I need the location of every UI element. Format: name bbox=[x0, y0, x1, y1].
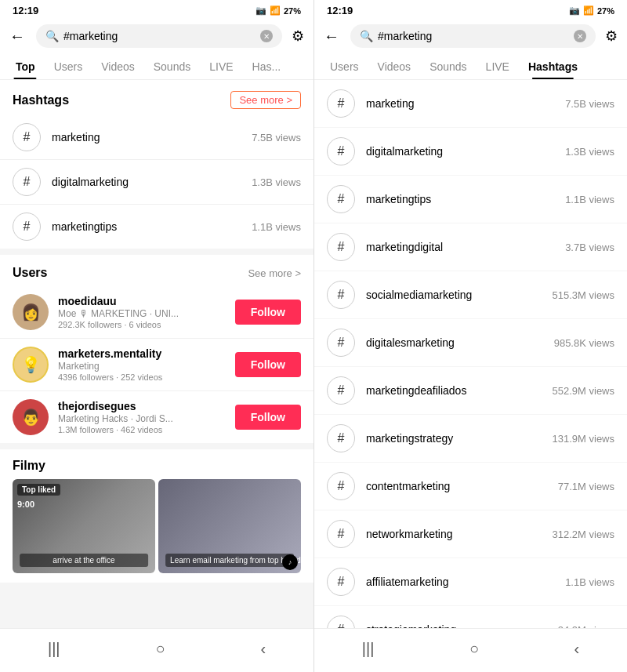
user-row-2[interactable]: 💡 marketers.mentality Marketing 4396 fol… bbox=[0, 339, 314, 391]
nav-home-right[interactable]: ○ bbox=[454, 637, 495, 661]
user-row-3[interactable]: 👨 thejordisegues Marketing Hacks · Jordi… bbox=[0, 391, 314, 443]
hash-icon-r1: # bbox=[327, 89, 355, 118]
hashtag-item-digitalmarketing[interactable]: # digitalmarketing 1.3B views bbox=[0, 160, 314, 205]
hashtag-row-2[interactable]: # digitalmarketing 1.3B views bbox=[314, 128, 627, 176]
hashtag-row-11[interactable]: # affiliatemarketing 1.1B views bbox=[314, 558, 627, 606]
hashtag-item-marketing[interactable]: # marketing 7.5B views bbox=[0, 115, 314, 160]
nav-home-left[interactable]: ○ bbox=[140, 637, 180, 661]
hashtag-name-r11: affiliatemarketing bbox=[366, 576, 554, 588]
status-time-right: 12:19 bbox=[327, 5, 353, 16]
hashtag-row-5[interactable]: # socialmediamarketing 515.3M views bbox=[314, 271, 627, 319]
tabs-right: Users Videos Sounds LIVE Hashtags bbox=[314, 53, 627, 80]
hash-icon-r6: # bbox=[327, 329, 355, 357]
hashtag-views-2: 1.3B views bbox=[252, 176, 301, 188]
hash-icon-r8: # bbox=[327, 424, 355, 452]
nav-menu-right[interactable]: ||| bbox=[346, 637, 390, 661]
tab-videos-right[interactable]: Videos bbox=[368, 53, 421, 79]
status-icons-right: 📷 📶 27% bbox=[569, 5, 614, 16]
follow-button-2[interactable]: Follow bbox=[235, 352, 301, 377]
hashtag-name-r5: socialmediamarketing bbox=[366, 289, 542, 301]
hashtag-name-r7: marketingdeafiliados bbox=[366, 384, 542, 397]
hashtag-views-r11: 1.1B views bbox=[565, 576, 614, 588]
user-desc-2: Marketing bbox=[58, 361, 226, 372]
username-3: thejordisegues bbox=[58, 400, 226, 412]
tab-sounds-right[interactable]: Sounds bbox=[420, 53, 476, 79]
hashtag-row-7[interactable]: # marketingdeafiliados 552.9M views bbox=[314, 367, 627, 415]
hash-icon-r4: # bbox=[327, 233, 355, 261]
hashtag-row-1[interactable]: # marketing 7.5B views bbox=[314, 80, 627, 128]
hashtag-name-r8: marketingstrategy bbox=[366, 432, 542, 445]
search-icon-left: 🔍 bbox=[45, 30, 59, 42]
hashtag-name-r9: contentmarketing bbox=[366, 480, 547, 492]
user-stats-3: 1.3M followers · 462 videos bbox=[58, 425, 226, 434]
wifi-icon: 📷 bbox=[256, 5, 266, 16]
hash-icon-r2: # bbox=[327, 137, 355, 165]
user-row-1[interactable]: 👩 moedidauu Moe 🎙 MARKETING · UNI... 292… bbox=[0, 286, 314, 339]
hashtag-item-marketingtips[interactable]: # marketingtips 1.1B views bbox=[0, 205, 314, 249]
hashtag-name-r10: networkmarketing bbox=[366, 528, 542, 540]
hashtag-row-3[interactable]: # marketingtips 1.1B views bbox=[314, 176, 627, 223]
hashtag-name-r1: marketing bbox=[366, 97, 554, 110]
hashtag-row-10[interactable]: # networkmarketing 312.2M views bbox=[314, 510, 627, 558]
tab-users-left[interactable]: Users bbox=[45, 53, 92, 79]
hashtag-list-full: # marketing 7.5B views # digitalmarketin… bbox=[314, 80, 627, 628]
follow-button-3[interactable]: Follow bbox=[235, 405, 301, 430]
tab-sounds-left[interactable]: Sounds bbox=[144, 53, 200, 79]
hashtag-row-4[interactable]: # marketingdigital 3.7B views bbox=[314, 223, 627, 271]
hashtag-row-6[interactable]: # digitalesmarketing 985.8K views bbox=[314, 319, 627, 367]
nav-back-right[interactable]: ‹ bbox=[559, 637, 596, 661]
hashtag-name-r4: marketingdigital bbox=[366, 241, 554, 253]
hashtag-row-9[interactable]: # contentmarketing 77.1M views bbox=[314, 463, 627, 510]
hash-icon-r7: # bbox=[327, 376, 355, 405]
hashtags-section-title: Hashtags bbox=[13, 93, 69, 107]
filter-button-right[interactable]: ⚙ bbox=[605, 27, 618, 45]
tab-has-left[interactable]: Has... bbox=[243, 53, 291, 79]
username-1: moedidauu bbox=[58, 295, 226, 307]
tab-top[interactable]: Top bbox=[6, 53, 45, 79]
hashtag-views-1: 7.5B views bbox=[252, 132, 301, 143]
hashtag-row-8[interactable]: # marketingstrategy 131.9M views bbox=[314, 415, 627, 463]
clear-button-left[interactable]: ✕ bbox=[260, 30, 273, 42]
hashtag-name-3: marketingtips bbox=[52, 220, 241, 233]
hashtag-name-r3: marketingtips bbox=[366, 193, 554, 205]
back-button-left[interactable]: ← bbox=[9, 26, 30, 47]
tab-videos-left[interactable]: Videos bbox=[92, 53, 144, 79]
signal-icon-right: 📶 bbox=[583, 5, 594, 16]
hashtags-section: Hashtags See more > # marketing 7.5B vie… bbox=[0, 80, 314, 249]
hashtag-row-12[interactable]: # strategiemarketing 34.3M views bbox=[314, 606, 627, 628]
search-input-wrap-right[interactable]: 🔍 #marketing ✕ bbox=[350, 24, 596, 48]
user-info-1: moedidauu Moe 🎙 MARKETING · UNI... 292.3… bbox=[58, 295, 226, 329]
users-see-more-button[interactable]: See more > bbox=[248, 267, 301, 279]
avatar-1: 👩 bbox=[13, 294, 49, 330]
users-section-title: Users bbox=[13, 266, 47, 280]
battery-left: 27% bbox=[284, 6, 301, 16]
hashtag-name-r6: digitalesmarketing bbox=[366, 336, 543, 349]
hashtags-see-more-button[interactable]: See more > bbox=[230, 91, 301, 109]
tab-live-left[interactable]: LIVE bbox=[200, 53, 242, 79]
hash-icon-r10: # bbox=[327, 520, 355, 548]
search-input-wrap-left[interactable]: 🔍 #marketing ✕ bbox=[36, 24, 282, 48]
hashtag-name-1: marketing bbox=[52, 131, 241, 143]
avatar-2: 💡 bbox=[13, 347, 49, 383]
video-thumb-1[interactable]: Top liked 9:00 arrive at the office bbox=[13, 479, 155, 573]
search-icon-right: 🔍 bbox=[360, 30, 373, 42]
hashtag-name-r2: digitalmarketing bbox=[366, 145, 554, 158]
videos-grid: Top liked 9:00 arrive at the office Lear… bbox=[0, 479, 314, 583]
bottom-nav-right: ||| ○ ‹ bbox=[314, 628, 627, 672]
tab-live-right[interactable]: LIVE bbox=[477, 53, 519, 79]
tab-users-right[interactable]: Users bbox=[321, 53, 368, 79]
video-duration-1: 9:00 bbox=[17, 499, 34, 509]
hash-icon-1: # bbox=[13, 123, 41, 151]
video-thumb-2[interactable]: Learn email marketing from top brands ♪ bbox=[158, 479, 301, 573]
follow-button-1[interactable]: Follow bbox=[235, 300, 301, 325]
nav-back-left[interactable]: ‹ bbox=[245, 637, 281, 661]
hashtag-name-2: digitalmarketing bbox=[52, 176, 241, 188]
filter-button-left[interactable]: ⚙ bbox=[292, 27, 304, 45]
filmy-title: Filmy bbox=[0, 449, 314, 479]
back-button-right[interactable]: ← bbox=[324, 26, 344, 47]
search-bar-left: ← 🔍 #marketing ✕ ⚙ bbox=[0, 20, 314, 53]
hashtag-views-r8: 131.9M views bbox=[553, 433, 614, 445]
tab-hashtags-right[interactable]: Hashtags bbox=[519, 53, 587, 79]
clear-button-right[interactable]: ✕ bbox=[574, 30, 586, 42]
nav-menu-left[interactable]: ||| bbox=[32, 637, 76, 661]
